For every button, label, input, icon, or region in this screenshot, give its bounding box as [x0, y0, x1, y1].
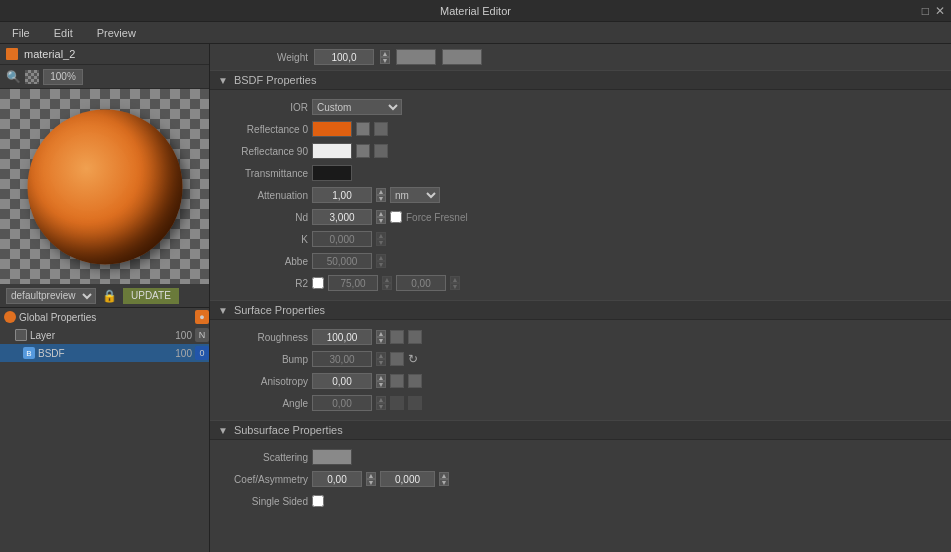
- roughness-swatch[interactable]: [390, 330, 404, 344]
- update-button[interactable]: UPDATE: [123, 288, 179, 304]
- menu-edit[interactable]: Edit: [50, 25, 77, 41]
- bsdf-value: 100: [170, 348, 192, 359]
- transmittance-swatch[interactable]: [312, 165, 352, 181]
- anisotropy-spin-down[interactable]: ▼: [376, 381, 386, 388]
- bsdf-properties: IOR Custom Reflectance 0 Reflectance 90: [210, 90, 951, 300]
- subsurface-arrow-icon[interactable]: ▼: [218, 425, 228, 436]
- single-sided-checkbox[interactable]: [312, 495, 324, 507]
- reflectance0-swatch3[interactable]: [374, 122, 388, 136]
- coef-spin-up2[interactable]: ▲: [439, 472, 449, 479]
- roughness-swatch2[interactable]: [408, 330, 422, 344]
- coef-input2[interactable]: [380, 471, 435, 487]
- coef-spin-down2[interactable]: ▼: [439, 479, 449, 486]
- r2-label: R2: [218, 278, 308, 289]
- nd-spin-down[interactable]: ▼: [376, 217, 386, 224]
- surface-arrow-icon[interactable]: ▼: [218, 305, 228, 316]
- zoom-input[interactable]: [43, 69, 83, 85]
- anisotropy-input[interactable]: [312, 373, 372, 389]
- attenuation-unit[interactable]: nm: [390, 187, 440, 203]
- bsdf-section-header: ▼ BSDF Properties: [210, 70, 951, 90]
- weight-swatch[interactable]: [396, 49, 436, 65]
- bump-swatch[interactable]: [390, 352, 404, 366]
- r2-checkbox[interactable]: [312, 277, 324, 289]
- coef-input1[interactable]: [312, 471, 362, 487]
- roughness-row: Roughness ▲ ▼: [210, 326, 951, 348]
- attenuation-input[interactable]: [312, 187, 372, 203]
- nd-label: Nd: [218, 212, 308, 223]
- menu-bar: File Edit Preview: [0, 22, 951, 44]
- reflectance0-swatch2[interactable]: [356, 122, 370, 136]
- reflectance0-label: Reflectance 0: [218, 124, 308, 135]
- angle-swatch[interactable]: [390, 396, 404, 410]
- menu-preview[interactable]: Preview: [93, 25, 140, 41]
- bump-input: [312, 351, 372, 367]
- single-sided-row: Single Sided: [210, 490, 951, 512]
- reflectance0-row: Reflectance 0: [210, 118, 951, 140]
- k-spin-down: ▼: [376, 239, 386, 246]
- nd-input[interactable]: [312, 209, 372, 225]
- tree-item-global[interactable]: Global Properties ●: [0, 308, 209, 326]
- angle-row: Angle ▲ ▼: [210, 392, 951, 414]
- bump-refresh-icon[interactable]: ↻: [408, 352, 418, 366]
- anisotropy-spinner: ▲ ▼: [376, 374, 386, 388]
- checker-icon: [25, 70, 39, 84]
- coef-row: Coef/Asymmetry ▲ ▼ ▲ ▼: [210, 468, 951, 490]
- force-fresnel-checkbox[interactable]: [390, 211, 402, 223]
- ior-dropdown[interactable]: Custom: [312, 99, 402, 115]
- nd-spin-up[interactable]: ▲: [376, 210, 386, 217]
- abbe-spin-down: ▼: [376, 261, 386, 268]
- surface-section-title: Surface Properties: [234, 304, 325, 316]
- r2-input1: [328, 275, 378, 291]
- reflectance90-label: Reflectance 90: [218, 146, 308, 157]
- menu-file[interactable]: File: [8, 25, 34, 41]
- roughness-input[interactable]: [312, 329, 372, 345]
- nd-row: Nd ▲ ▼ Force Fresnel: [210, 206, 951, 228]
- coef-label: Coef/Asymmetry: [218, 474, 308, 485]
- weight-label: Weight: [218, 52, 308, 63]
- weight-input[interactable]: [314, 49, 374, 65]
- material-color-dot: [6, 48, 18, 60]
- scattering-label: Scattering: [218, 452, 308, 463]
- anisotropy-spin-up[interactable]: ▲: [376, 374, 386, 381]
- tree-item-bsdf[interactable]: B BSDF 100 0: [0, 344, 209, 362]
- minimize-button[interactable]: □: [922, 4, 929, 18]
- preview-dropdown[interactable]: defaultpreview: [6, 288, 96, 304]
- weight-spin-down[interactable]: ▼: [380, 57, 390, 64]
- abbe-input: [312, 253, 372, 269]
- anisotropy-swatch2[interactable]: [408, 374, 422, 388]
- left-panel: material_2 🔍 defaultpreview 🔒 UPDATE Glo…: [0, 44, 210, 552]
- roughness-spin-up[interactable]: ▲: [376, 330, 386, 337]
- title-bar: Material Editor □ ✕: [0, 0, 951, 22]
- r2-spin-up1: ▲: [382, 276, 392, 283]
- force-fresnel-label: Force Fresnel: [406, 212, 468, 223]
- attenuation-spin-up[interactable]: ▲: [376, 188, 386, 195]
- close-button[interactable]: ✕: [935, 4, 945, 18]
- angle-swatch2[interactable]: [408, 396, 422, 410]
- coef-spin-down1[interactable]: ▼: [366, 479, 376, 486]
- reflectance90-swatch[interactable]: [312, 143, 352, 159]
- tree-item-layer[interactable]: Layer 100 N: [0, 326, 209, 344]
- r2-spin-up2: ▲: [450, 276, 460, 283]
- reflectance90-swatch3[interactable]: [374, 144, 388, 158]
- r2-input2: [396, 275, 446, 291]
- transmittance-row: Transmittance: [210, 162, 951, 184]
- r2-spinner2: ▲ ▼: [450, 276, 460, 290]
- ior-label: IOR: [218, 102, 308, 113]
- preview-toolbar: 🔍: [0, 65, 209, 89]
- reflectance90-swatch2[interactable]: [356, 144, 370, 158]
- attenuation-spin-down[interactable]: ▼: [376, 195, 386, 202]
- abbe-spinner: ▲ ▼: [376, 254, 386, 268]
- attenuation-spinner: ▲ ▼: [376, 188, 386, 202]
- layer-tree: Global Properties ● Layer 100 N B BSDF 1…: [0, 308, 209, 552]
- coef-spin-up1[interactable]: ▲: [366, 472, 376, 479]
- roughness-spin-down[interactable]: ▼: [376, 337, 386, 344]
- bsdf-arrow-icon[interactable]: ▼: [218, 75, 228, 86]
- scattering-swatch[interactable]: [312, 449, 352, 465]
- reflectance0-swatch[interactable]: [312, 121, 352, 137]
- material-sphere-preview: [27, 109, 182, 264]
- roughness-label: Roughness: [218, 332, 308, 343]
- lock-icon: 🔒: [102, 289, 117, 303]
- weight-spin-up[interactable]: ▲: [380, 50, 390, 57]
- anisotropy-swatch[interactable]: [390, 374, 404, 388]
- weight-swatch2[interactable]: [442, 49, 482, 65]
